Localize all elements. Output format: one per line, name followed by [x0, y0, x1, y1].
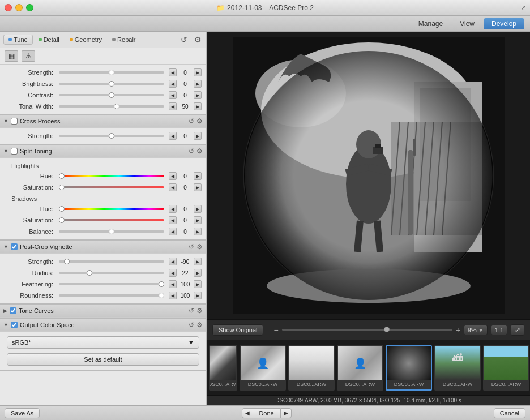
- brightness-increment[interactable]: ▶: [194, 80, 202, 88]
- sh-sat-increment[interactable]: ▶: [194, 216, 202, 224]
- strength-slider[interactable]: [59, 71, 164, 74]
- cross-process-settings[interactable]: ⚙: [196, 117, 203, 125]
- hi-hue-slider[interactable]: [59, 175, 164, 177]
- balance-increment[interactable]: ▶: [194, 228, 202, 235]
- settings-icon[interactable]: ⚙: [193, 35, 203, 45]
- set-as-default-button[interactable]: Set as default: [7, 353, 199, 366]
- strength-increment[interactable]: ▶: [194, 68, 202, 76]
- tone-curves-settings[interactable]: ⚙: [196, 307, 203, 315]
- vignette-settings[interactable]: ⚙: [196, 243, 203, 251]
- zoom-track[interactable]: [282, 329, 452, 331]
- tonal-width-increment[interactable]: ▶: [194, 102, 202, 110]
- prev-button[interactable]: ◀: [242, 408, 253, 418]
- minimize-button[interactable]: [15, 4, 23, 11]
- close-button[interactable]: [5, 4, 12, 11]
- tone-curves-checkbox[interactable]: [10, 307, 16, 314]
- fullscreen-icon[interactable]: ⤢: [521, 5, 525, 11]
- ocs-checkbox[interactable]: [11, 322, 18, 328]
- sh-sat-decrement[interactable]: ◀: [169, 216, 177, 224]
- ocs-refresh[interactable]: ↺: [189, 321, 194, 329]
- zoom-dropdown-arrow[interactable]: ▼: [478, 328, 484, 333]
- sh-sat-slider[interactable]: [59, 219, 164, 221]
- fit-icon[interactable]: ⤢: [511, 324, 524, 336]
- warning-icon[interactable]: ⚠: [22, 50, 35, 62]
- vig-feathering-decrement[interactable]: ◀: [169, 280, 177, 288]
- cancel-button[interactable]: Cancel: [494, 408, 525, 418]
- strength-decrement[interactable]: ◀: [169, 68, 177, 76]
- split-toning-checkbox[interactable]: [11, 148, 18, 155]
- vig-radius-increment[interactable]: ▶: [194, 269, 202, 277]
- histogram-icon[interactable]: ▦: [5, 50, 18, 62]
- split-toning-header[interactable]: ▼ Split Toning ↺ ⚙: [0, 144, 206, 158]
- film-label: DSC0...ARW: [443, 380, 472, 388]
- cross-process-checkbox[interactable]: [11, 118, 18, 125]
- tone-curves-header[interactable]: ▶ Tone Curves ↺ ⚙: [0, 304, 206, 318]
- cp-strength-slider[interactable]: [59, 135, 164, 137]
- vig-feathering-slider[interactable]: [59, 283, 164, 285]
- panel-tab-detail[interactable]: Detail: [34, 35, 64, 44]
- tonal-width-decrement[interactable]: ◀: [169, 102, 177, 110]
- sh-hue-slider[interactable]: [59, 208, 164, 210]
- ratio-button[interactable]: 1:1: [491, 325, 507, 335]
- hi-sat-decrement[interactable]: ◀: [169, 183, 177, 191]
- vig-feathering-increment[interactable]: ▶: [194, 280, 202, 288]
- list-item[interactable]: DSC0...ARW: [386, 345, 432, 391]
- balance-slider[interactable]: [59, 230, 164, 233]
- tab-view[interactable]: View: [452, 18, 482, 29]
- tone-curves-refresh[interactable]: ↺: [189, 307, 194, 315]
- sh-hue-decrement[interactable]: ◀: [169, 205, 177, 213]
- list-item[interactable]: 👤 DSC0...ARW: [240, 345, 286, 391]
- cross-process-refresh[interactable]: ↺: [189, 117, 194, 125]
- zoom-in-icon[interactable]: +: [456, 325, 460, 335]
- vig-radius-slider[interactable]: [59, 272, 164, 274]
- brightness-slider[interactable]: [59, 83, 164, 85]
- vig-roundness-slider[interactable]: [59, 294, 164, 297]
- list-item[interactable]: DSC0...ARW: [483, 345, 529, 391]
- contrast-decrement[interactable]: ◀: [169, 91, 177, 99]
- list-item[interactable]: 👤 DSC0...ARW: [337, 345, 383, 391]
- show-original-button[interactable]: Show Original: [212, 324, 263, 336]
- panel-tab-geometry[interactable]: Geometry: [65, 35, 106, 44]
- tab-manage[interactable]: Manage: [411, 18, 451, 29]
- save-as-button[interactable]: Save As: [5, 408, 40, 418]
- next-button[interactable]: ▶: [280, 408, 292, 418]
- refresh-icon[interactable]: ↺: [179, 35, 189, 45]
- list-item[interactable]: DSC0...ARW: [209, 345, 237, 391]
- cp-strength-increment[interactable]: ▶: [194, 132, 202, 140]
- vig-roundness-increment[interactable]: ▶: [194, 292, 202, 299]
- hi-hue-decrement[interactable]: ◀: [169, 172, 177, 180]
- sh-hue-increment[interactable]: ▶: [194, 205, 202, 213]
- contrast-slider[interactable]: [59, 94, 164, 96]
- hi-sat-slider[interactable]: [59, 186, 164, 188]
- cross-process-header[interactable]: ▼ Cross Process ↺ ⚙: [0, 114, 206, 128]
- balance-decrement[interactable]: ◀: [169, 228, 177, 235]
- vignette-refresh[interactable]: ↺: [189, 243, 194, 251]
- done-button[interactable]: Done: [253, 408, 280, 418]
- vig-strength-slider[interactable]: [59, 260, 164, 263]
- panel-tab-repair[interactable]: Repair: [108, 35, 140, 44]
- hi-hue-increment[interactable]: ▶: [194, 172, 202, 180]
- zoom-thumb[interactable]: [384, 327, 390, 332]
- vig-radius-decrement[interactable]: ◀: [169, 269, 177, 277]
- panel-tab-tune[interactable]: Tune: [3, 35, 33, 45]
- split-toning-refresh[interactable]: ↺: [189, 147, 194, 155]
- vignette-checkbox[interactable]: [11, 243, 18, 250]
- tonal-width-slider[interactable]: [59, 105, 164, 108]
- ocs-settings[interactable]: ⚙: [196, 321, 203, 329]
- split-toning-settings[interactable]: ⚙: [196, 147, 203, 155]
- brightness-decrement[interactable]: ◀: [169, 80, 177, 88]
- vig-strength-decrement[interactable]: ◀: [169, 258, 177, 265]
- color-space-select[interactable]: sRGB* ▼: [7, 336, 199, 349]
- cp-strength-decrement[interactable]: ◀: [169, 132, 177, 140]
- tab-develop[interactable]: Develop: [484, 18, 524, 29]
- list-item[interactable]: 🏙 DSC0...ARW: [434, 345, 481, 391]
- vig-roundness-decrement[interactable]: ◀: [169, 292, 177, 299]
- output-color-space-header[interactable]: ▼ Output Color Space ↺ ⚙: [0, 318, 206, 332]
- contrast-increment[interactable]: ▶: [194, 91, 202, 99]
- post-crop-vignette-header[interactable]: ▼ Post-Crop Vignette ↺ ⚙: [0, 240, 206, 254]
- hi-sat-increment[interactable]: ▶: [194, 183, 202, 191]
- zoom-out-icon[interactable]: −: [273, 325, 278, 335]
- vig-strength-increment[interactable]: ▶: [194, 258, 202, 265]
- maximize-button[interactable]: [26, 4, 33, 11]
- list-item[interactable]: DSC0...ARW: [288, 345, 335, 391]
